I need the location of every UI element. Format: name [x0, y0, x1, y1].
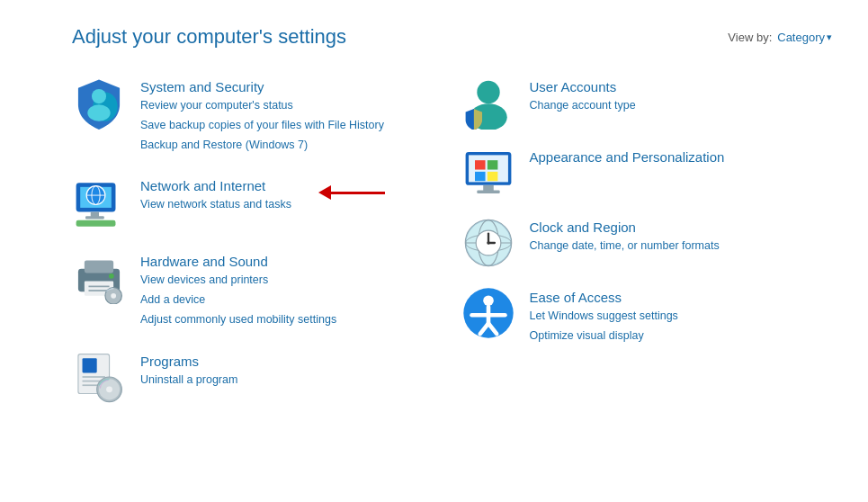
ease-access-text: Ease of Access Let Windows suggest setti…: [530, 286, 678, 345]
ease-access-title[interactable]: Ease of Access: [530, 290, 678, 305]
left-column: System and Security Review your computer…: [72, 76, 443, 404]
page-title: Adjust your computer's settings: [72, 25, 346, 49]
arrow-head: [318, 185, 331, 200]
right-column: User Accounts Change account type: [443, 76, 833, 404]
svg-point-48: [483, 295, 494, 306]
svg-point-2: [87, 104, 110, 121]
system-security-title[interactable]: System and Security: [140, 79, 384, 94]
hardware-sound-icon: [72, 250, 126, 304]
category-network-internet: Network and Internet View network status…: [72, 175, 443, 229]
main-content: System and Security Review your computer…: [0, 67, 868, 422]
svg-rect-37: [477, 191, 499, 193]
category-ease-access: Ease of Access Let Windows suggest setti…: [461, 286, 833, 345]
hardware-sound-link-2[interactable]: Add a device: [140, 291, 336, 309]
svg-point-1: [92, 89, 106, 103]
network-internet-icon: [72, 175, 126, 229]
svg-point-16: [109, 273, 114, 279]
ease-access-icon: [461, 286, 515, 340]
svg-rect-32: [475, 160, 486, 169]
category-programs: Programs Uninstall a program: [72, 350, 443, 404]
system-security-icon: [72, 76, 126, 130]
svg-rect-9: [85, 216, 104, 219]
clock-region-icon: [461, 216, 515, 270]
hardware-sound-link-3[interactable]: Adjust commonly used mobility settings: [140, 311, 336, 328]
page-header: Adjust your computer's settings View by:…: [0, 0, 868, 67]
svg-rect-33: [487, 160, 497, 169]
svg-rect-12: [85, 261, 113, 273]
svg-rect-35: [487, 172, 497, 181]
hardware-sound-text: Hardware and Sound View devices and prin…: [140, 250, 336, 327]
appearance-text: Appearance and Personalization: [530, 146, 725, 165]
view-by-container: View by: Category: [728, 31, 832, 44]
system-security-link-1[interactable]: Review your computer's status: [140, 97, 384, 114]
hardware-sound-title[interactable]: Hardware and Sound: [140, 254, 336, 269]
clock-region-text: Clock and Region Change date, time, or n…: [530, 216, 720, 255]
system-security-text: System and Security Review your computer…: [140, 76, 384, 153]
view-by-dropdown[interactable]: Category: [777, 31, 832, 44]
svg-point-46: [487, 241, 489, 244]
user-accounts-text: User Accounts Change account type: [530, 76, 636, 114]
programs-text: Programs Uninstall a program: [140, 350, 237, 389]
system-security-link-2[interactable]: Save backup copies of your files with Fi…: [140, 117, 384, 134]
svg-rect-21: [83, 358, 97, 372]
appearance-title[interactable]: Appearance and Personalization: [530, 149, 725, 165]
network-internet-title[interactable]: Network and Internet: [140, 178, 291, 193]
user-accounts-title[interactable]: User Accounts: [530, 79, 636, 94]
network-internet-text: Network and Internet View network status…: [140, 175, 291, 213]
appearance-icon: [461, 146, 515, 200]
svg-point-18: [111, 293, 116, 299]
ease-access-link-1[interactable]: Let Windows suggest settings: [530, 308, 678, 325]
hardware-sound-link-1[interactable]: View devices and printers: [140, 272, 336, 289]
user-accounts-link-1[interactable]: Change account type: [530, 97, 636, 114]
category-system-security: System and Security Review your computer…: [72, 76, 443, 153]
clock-region-title[interactable]: Clock and Region: [530, 220, 720, 235]
category-user-accounts: User Accounts Change account type: [461, 76, 833, 130]
svg-rect-10: [76, 220, 116, 227]
svg-rect-34: [475, 172, 486, 181]
programs-icon: [72, 350, 126, 404]
category-appearance: Appearance and Personalization: [461, 146, 833, 200]
system-security-link-3[interactable]: Backup and Restore (Windows 7): [140, 137, 384, 154]
svg-point-27: [106, 386, 112, 392]
arrow-annotation: [319, 185, 385, 200]
clock-region-link-1[interactable]: Change date, time, or number formats: [530, 238, 720, 255]
category-hardware-sound: Hardware and Sound View devices and prin…: [72, 250, 443, 327]
svg-point-28: [477, 81, 499, 103]
view-by-label: View by:: [728, 31, 772, 44]
category-clock-region: Clock and Region Change date, time, or n…: [461, 216, 833, 270]
arrow-line: [331, 192, 385, 194]
user-accounts-icon: [461, 76, 515, 130]
network-internet-link-1[interactable]: View network status and tasks: [140, 196, 291, 213]
programs-link-1[interactable]: Uninstall a program: [140, 372, 237, 389]
programs-title[interactable]: Programs: [140, 354, 237, 369]
ease-access-link-2[interactable]: Optimize visual display: [530, 327, 678, 345]
